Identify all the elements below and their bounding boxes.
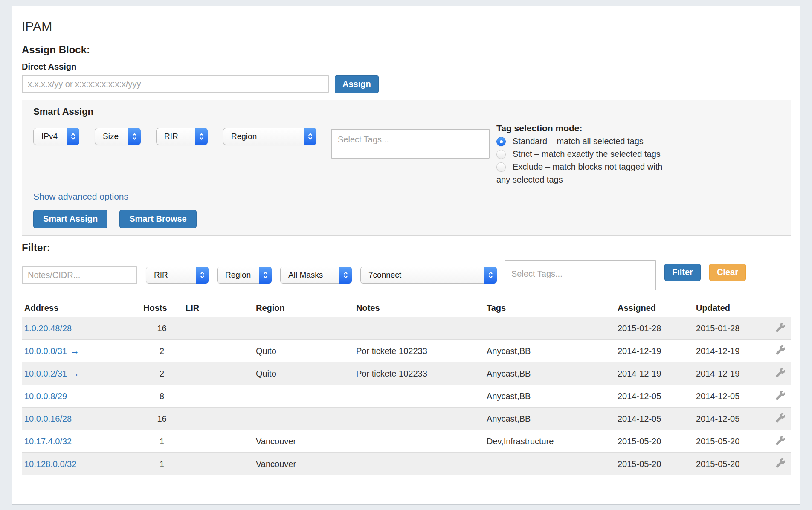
wrench-icon (775, 458, 786, 468)
select-ip-version[interactable]: IPv4 (33, 128, 79, 145)
actions-cell (773, 408, 791, 430)
filter-select-masks[interactable]: All Masks (280, 267, 352, 284)
address-cell: 10.17.4.0/32 (22, 430, 141, 453)
select-value: 7connect (361, 270, 484, 280)
edit-block-button[interactable] (775, 458, 786, 468)
lir-cell (183, 317, 253, 340)
address-link[interactable]: 10.128.0.0/32 (24, 459, 76, 469)
smart-assign-buttons: Smart Assign Smart Browse (33, 210, 780, 228)
notes-cell: Por tickete 102233 (354, 362, 484, 385)
lir-cell (183, 430, 253, 453)
lir-cell (183, 340, 253, 362)
column-header-notes: Notes (354, 303, 484, 317)
chevron-updown-icon (304, 128, 316, 145)
select-rir[interactable]: RIR (156, 128, 208, 145)
hosts-cell: 1 (141, 430, 183, 453)
region-cell: Vancouver (253, 453, 354, 475)
tags-cell: Anycast,BB (484, 408, 615, 430)
address-link[interactable]: 10.0.0.8/29 (24, 391, 67, 401)
filter-button[interactable]: Filter (664, 264, 701, 281)
updated-cell: 2015-05-20 (693, 453, 773, 475)
wrench-icon (775, 390, 786, 400)
edit-block-button[interactable] (775, 413, 786, 423)
chevron-updown-icon (128, 128, 141, 145)
edit-block-button[interactable] (775, 390, 786, 400)
filter-heading: Filter: (22, 242, 790, 254)
select-size[interactable]: Size (95, 128, 141, 145)
tag-mode-option-strict[interactable]: Strict – match exactly the selected tags (496, 148, 676, 160)
hosts-cell: 2 (141, 340, 183, 362)
address-link[interactable]: 10.0.0.0/31 (24, 346, 67, 356)
smart-assign-button[interactable]: Smart Assign (33, 210, 107, 228)
assigned-cell: 2014-12-05 (615, 385, 693, 408)
notes-cidr-input[interactable] (22, 266, 137, 284)
select-value: Region (218, 270, 259, 280)
edit-block-button[interactable] (775, 435, 786, 446)
page-background: IPAM Assign Block: Direct Assign Assign … (0, 0, 812, 510)
column-header-hosts: Hosts (141, 303, 183, 317)
assigned-cell: 2014-12-19 (615, 340, 693, 362)
table-row: 10.0.0.16/28 16 Anycast,BB 2014-12-05 20… (22, 408, 791, 430)
edit-block-button[interactable] (775, 368, 786, 378)
address-link[interactable]: 10.0.0.16/28 (24, 414, 72, 423)
edit-block-button[interactable] (775, 345, 786, 355)
tag-mode-option-standard[interactable]: Standard – match all selected tags (496, 135, 676, 148)
assign-block-heading: Assign Block: (22, 44, 790, 56)
assigned-cell: 2014-12-05 (615, 408, 693, 430)
address-cell: 10.0.0.8/29 (22, 385, 141, 408)
table-header-row: Address Hosts LIR Region Notes Tags Assi… (22, 303, 791, 317)
notes-cell (354, 385, 484, 408)
smart-browse-button[interactable]: Smart Browse (119, 210, 197, 228)
updated-cell: 2015-05-20 (693, 430, 773, 453)
direct-assign-input[interactable] (22, 75, 329, 93)
tag-mode-option-label: Standard – match all selected tags (513, 136, 644, 146)
chevron-updown-icon (259, 267, 272, 284)
filter-tags-input[interactable] (505, 260, 656, 290)
updated-cell: 2015-01-28 (693, 317, 773, 340)
address-cell: 10.0.0.2/31→ (22, 362, 141, 385)
radio-button[interactable] (496, 150, 506, 159)
radio-button[interactable] (496, 162, 506, 172)
actions-cell (773, 430, 791, 453)
select-value: Region (223, 132, 304, 141)
table-row: 10.128.0.0/32 1 Vancouver 2015-05-20 201… (22, 453, 791, 475)
filter-select-region[interactable]: Region (217, 267, 272, 284)
smart-assign-controls: IPv4 Size RIR (33, 128, 780, 186)
wrench-icon (775, 435, 786, 446)
clear-button[interactable]: Clear (709, 264, 746, 281)
arrow-icon: → (70, 368, 79, 378)
tags-cell: Anycast,BB (484, 385, 615, 408)
direct-assign-label: Direct Assign (22, 62, 790, 72)
assigned-cell: 2015-01-28 (615, 317, 693, 340)
chevron-updown-icon (196, 267, 209, 284)
notes-cell (354, 317, 484, 340)
tag-mode-option-exclude[interactable]: Exclude – match blocks not tagged with a… (496, 160, 676, 186)
lir-cell (183, 453, 253, 475)
edit-block-button[interactable] (775, 322, 786, 333)
select-region[interactable]: Region (223, 128, 316, 145)
notes-cell: Por tickete 102233 (354, 340, 484, 362)
lir-cell (183, 362, 253, 385)
smart-assign-tags-input[interactable] (331, 129, 490, 159)
wrench-icon (775, 413, 786, 423)
chevron-updown-icon (484, 267, 497, 284)
filter-select-rir[interactable]: RIR (146, 267, 209, 284)
radio-button-selected[interactable] (496, 137, 506, 146)
assign-button[interactable]: Assign (335, 75, 379, 93)
address-cell: 1.0.20.48/28 (22, 317, 141, 340)
table-row: 1.0.20.48/28 16 2015-01-28 2015-01-28 (22, 317, 791, 340)
wrench-icon (775, 345, 786, 355)
address-link[interactable]: 10.17.4.0/32 (24, 437, 72, 446)
updated-cell: 2014-12-19 (693, 362, 773, 385)
show-advanced-options-link[interactable]: Show advanced options (33, 191, 128, 202)
address-link[interactable]: 1.0.20.48/28 (24, 324, 72, 333)
tags-cell: Anycast,BB (484, 362, 615, 385)
select-value: IPv4 (34, 132, 67, 141)
assigned-cell: 2014-12-19 (615, 362, 693, 385)
hosts-cell: 2 (141, 362, 183, 385)
tags-cell: Dev,Infrastructure (484, 430, 615, 453)
ipam-panel: IPAM Assign Block: Direct Assign Assign … (12, 6, 800, 505)
address-link[interactable]: 10.0.0.2/31 (24, 369, 67, 378)
filter-select-resource[interactable]: 7connect (360, 267, 497, 284)
address-cell: 10.0.0.0/31→ (22, 340, 141, 362)
